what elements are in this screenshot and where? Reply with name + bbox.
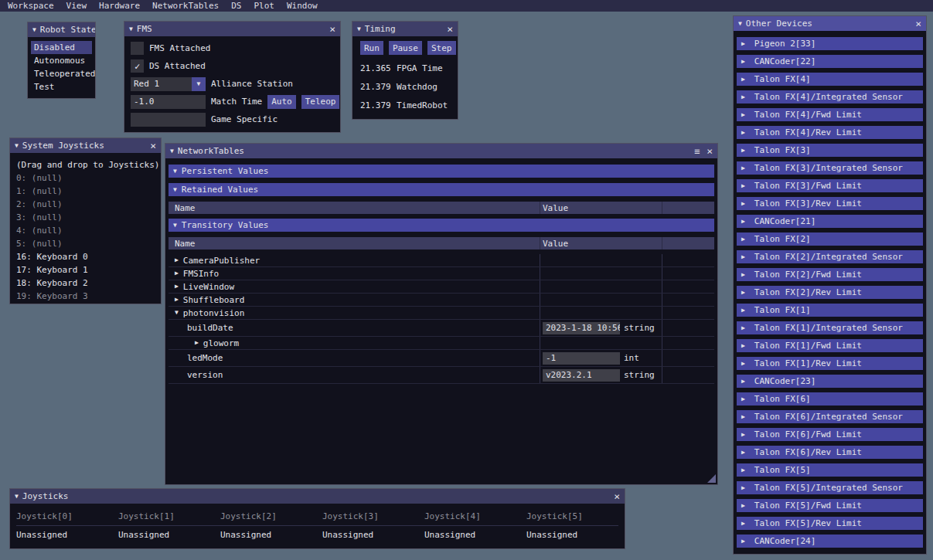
device-talon-fx-3-fwd-limit[interactable]: ▶Talon FX[3]/Fwd Limit	[737, 179, 923, 192]
collapse-icon[interactable]: ▼	[357, 26, 361, 32]
fms-titlebar[interactable]: ▼ FMS ×	[124, 22, 340, 36]
system-joystick-item[interactable]: 2: (null)	[16, 198, 155, 211]
ds-attached-checkbox[interactable]: ✓	[131, 59, 144, 73]
system-joystick-item[interactable]: 18: Keyboard 2	[16, 277, 155, 290]
nt-section-persistent[interactable]: ▼ Persistent Values	[169, 165, 714, 178]
collapse-icon[interactable]: ▼	[15, 143, 19, 149]
device-talon-fx-1[interactable]: ▶Talon FX[1]	[737, 304, 923, 317]
device-talon-fx-2-rev-limit[interactable]: ▶Talon FX[2]/Rev Limit	[737, 286, 923, 299]
device-talon-fx-6-integrated-sensor[interactable]: ▶Talon FX[6]/Integrated Sensor	[737, 410, 923, 423]
alliance-station-combo[interactable]: Red 1 ▼	[131, 77, 206, 91]
close-icon[interactable]: ×	[915, 19, 921, 29]
nt-row-shuffleboard[interactable]: ▶Shuffleboard	[169, 294, 714, 307]
device-talon-fx-5[interactable]: ▶Talon FX[5]	[737, 463, 923, 477]
teleop-button[interactable]: Teleop	[301, 95, 340, 109]
device-talon-fx-1-rev-limit[interactable]: ▶Talon FX[1]/Rev Limit	[737, 357, 923, 370]
auto-button[interactable]: Auto	[267, 95, 296, 109]
device-cancoder-21[interactable]: ▶CANCoder[21]	[737, 215, 923, 228]
nt-section-transitory[interactable]: ▼ Transitory Values	[169, 219, 714, 232]
system-joystick-item[interactable]: 3: (null)	[16, 211, 155, 224]
device-talon-fx-6-rev-limit[interactable]: ▶Talon FX[6]/Rev Limit	[737, 446, 923, 459]
device-talon-fx-1-fwd-limit[interactable]: ▶Talon FX[1]/Fwd Limit	[737, 339, 923, 352]
device-talon-fx-6-fwd-limit[interactable]: ▶Talon FX[6]/Fwd Limit	[737, 428, 923, 441]
joystick-assignment[interactable]: Unassigned	[118, 528, 220, 541]
device-talon-fx-4[interactable]: ▶Talon FX[4]	[737, 73, 923, 86]
collapse-icon[interactable]: ▼	[15, 494, 19, 500]
system-joystick-item[interactable]: 16: Keyboard 0	[16, 250, 155, 263]
joystick-assignment[interactable]: Unassigned	[322, 528, 424, 541]
nt-row-builddate[interactable]: buildDate2023-1-18 10:56string	[169, 320, 714, 337]
resize-grip[interactable]	[707, 474, 716, 483]
menu-item-plot[interactable]: Plot	[247, 0, 281, 12]
device-cancoder-23[interactable]: ▶CANCoder[23]	[737, 375, 923, 388]
tree-expand-icon[interactable]: ▶	[175, 283, 179, 290]
device-pigeon-2-33[interactable]: ▶Pigeon 2[33]	[737, 37, 923, 50]
system-joystick-item[interactable]: 0: (null)	[16, 171, 155, 185]
tree-expand-icon[interactable]: ▶	[175, 297, 179, 303]
robot-state-option-test[interactable]: Test	[31, 80, 92, 93]
system-joystick-item[interactable]: 19: Keyboard 3	[16, 290, 155, 303]
nt-section-retained[interactable]: ▼ Retained Values	[169, 183, 714, 196]
device-talon-fx-2-integrated-sensor[interactable]: ▶Talon FX[2]/Integrated Sensor	[737, 250, 923, 263]
collapse-icon[interactable]: ▼	[32, 27, 36, 33]
system-joystick-item[interactable]: 4: (null)	[16, 224, 155, 237]
device-talon-fx-3[interactable]: ▶Talon FX[3]	[737, 144, 923, 157]
menu-item-ds[interactable]: DS	[225, 0, 247, 12]
nt-row-version[interactable]: versionv2023.2.1string	[169, 367, 714, 384]
device-talon-fx-1-integrated-sensor[interactable]: ▶Talon FX[1]/Integrated Sensor	[737, 321, 923, 334]
robot-state-option-disabled[interactable]: Disabled	[31, 41, 92, 54]
nt-row-livewindow[interactable]: ▶LiveWindow	[169, 280, 714, 294]
nt-value-input[interactable]: -1	[543, 352, 620, 365]
joystick-assignment[interactable]: Unassigned	[16, 528, 118, 541]
networktables-titlebar[interactable]: ▼ NetworkTables ≡ ×	[165, 144, 717, 158]
nt-row-photonvision[interactable]: ▼photonvision	[169, 307, 714, 320]
device-talon-fx-2[interactable]: ▶Talon FX[2]	[737, 232, 923, 246]
joystick-assignment[interactable]: Unassigned	[220, 528, 322, 541]
device-talon-fx-4-fwd-limit[interactable]: ▶Talon FX[4]/Fwd Limit	[737, 108, 923, 121]
joysticks-titlebar[interactable]: ▼ Joysticks ×	[10, 489, 625, 504]
window-menu-icon[interactable]: ≡	[694, 147, 700, 156]
robot-state-option-teleoperated[interactable]: Teleoperated	[31, 67, 92, 80]
device-talon-fx-4-integrated-sensor[interactable]: ▶Talon FX[4]/Integrated Sensor	[737, 90, 923, 104]
tree-expand-icon[interactable]: ▶	[175, 270, 179, 277]
timing-titlebar[interactable]: ▼ Timing ×	[352, 22, 458, 36]
robot-state-titlebar[interactable]: ▼ Robot State	[28, 22, 95, 37]
device-talon-fx-4-rev-limit[interactable]: ▶Talon FX[4]/Rev Limit	[737, 126, 923, 139]
menu-item-view[interactable]: View	[60, 0, 94, 12]
tree-expand-icon[interactable]: ▶	[175, 257, 179, 263]
device-talon-fx-5-fwd-limit[interactable]: ▶Talon FX[5]/Fwd Limit	[737, 499, 923, 512]
close-icon[interactable]: ×	[150, 141, 156, 151]
game-specific-input[interactable]	[131, 113, 206, 127]
nt-row-fmsinfo[interactable]: ▶FMSInfo	[169, 267, 714, 280]
close-icon[interactable]: ×	[707, 146, 713, 156]
close-icon[interactable]: ×	[447, 24, 453, 34]
nt-row-gloworm[interactable]: ▶gloworm	[169, 337, 714, 350]
device-cancoder-22[interactable]: ▶CANCoder[22]	[737, 55, 923, 68]
collapse-icon[interactable]: ▼	[738, 21, 742, 27]
device-talon-fx-5-rev-limit[interactable]: ▶Talon FX[5]/Rev Limit	[737, 517, 923, 530]
collapse-icon[interactable]: ▼	[129, 26, 133, 32]
collapse-icon[interactable]: ▼	[170, 148, 174, 154]
device-talon-fx-3-rev-limit[interactable]: ▶Talon FX[3]/Rev Limit	[737, 197, 923, 210]
other-devices-titlebar[interactable]: ▼ Other Devices ×	[734, 16, 926, 31]
tree-collapse-icon[interactable]: ▼	[175, 310, 179, 316]
timing-pause-button[interactable]: Pause	[389, 41, 422, 55]
system-joystick-item[interactable]: 5: (null)	[16, 237, 155, 250]
joystick-assignment[interactable]: Unassigned	[526, 528, 625, 541]
timing-run-button[interactable]: Run	[360, 41, 383, 55]
tree-expand-icon[interactable]: ▶	[195, 340, 199, 346]
device-talon-fx-3-integrated-sensor[interactable]: ▶Talon FX[3]/Integrated Sensor	[737, 161, 923, 175]
menu-item-workspace[interactable]: Workspace	[2, 0, 60, 12]
system-joysticks-titlebar[interactable]: ▼ System Joysticks ×	[10, 138, 161, 153]
menu-item-networktables[interactable]: NetworkTables	[146, 0, 225, 12]
close-icon[interactable]: ×	[614, 491, 620, 501]
nt-value-input[interactable]: 2023-1-18 10:56	[543, 322, 620, 334]
nt-row-ledmode[interactable]: ledMode-1int	[169, 350, 714, 367]
device-cancoder-24[interactable]: ▶CANCoder[24]	[737, 535, 923, 548]
joystick-assignment[interactable]: Unassigned	[424, 528, 526, 541]
close-icon[interactable]: ×	[329, 24, 335, 34]
robot-state-option-autonomous[interactable]: Autonomous	[31, 54, 92, 67]
nt-row-camerapublisher[interactable]: ▶CameraPublisher	[169, 254, 714, 267]
device-talon-fx-5-integrated-sensor[interactable]: ▶Talon FX[5]/Integrated Sensor	[737, 481, 923, 494]
timing-step-button[interactable]: Step	[427, 41, 456, 55]
